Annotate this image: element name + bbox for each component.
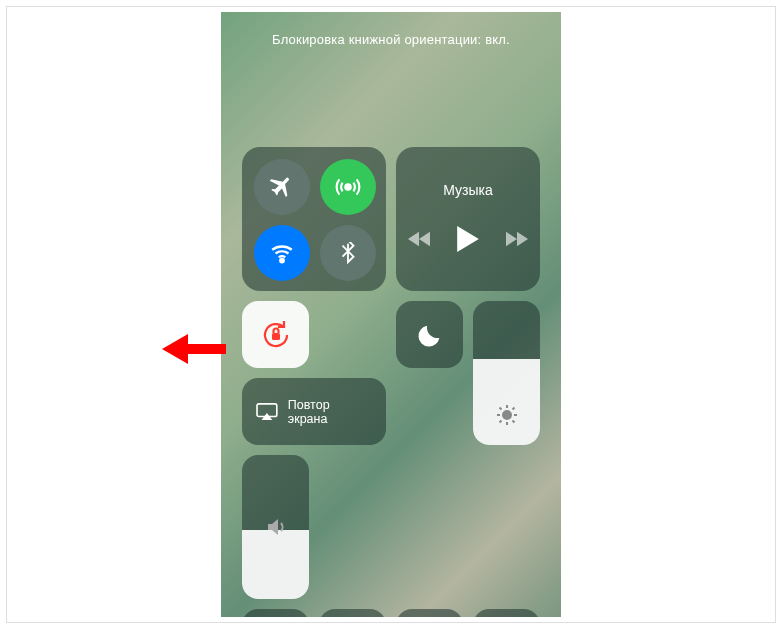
svg-point-12 (503, 411, 511, 419)
phone-screen: Блокировка книжной ориентации: вкл. (221, 12, 561, 617)
connectivity-group (242, 147, 386, 291)
svg-marker-5 (419, 232, 430, 247)
airplane-icon (269, 174, 295, 200)
svg-marker-1 (162, 334, 188, 364)
svg-point-3 (280, 259, 283, 262)
brightness-slider[interactable] (473, 301, 540, 445)
svg-marker-6 (457, 226, 479, 252)
svg-rect-0 (184, 344, 226, 354)
moon-icon (416, 321, 444, 349)
cellular-toggle[interactable] (320, 159, 376, 215)
bluetooth-icon (337, 242, 359, 264)
airplane-toggle[interactable] (254, 159, 310, 215)
airplay-icon (256, 403, 278, 421)
volume-slider[interactable] (242, 455, 309, 599)
rotation-lock-icon (258, 317, 294, 353)
screen-mirror-label: Повтор экрана (288, 398, 372, 426)
play-button[interactable] (456, 226, 480, 256)
prev-button[interactable] (408, 231, 430, 251)
wifi-toggle[interactable] (254, 225, 310, 281)
sun-icon (495, 403, 519, 427)
highlight-arrow (162, 334, 226, 368)
camera-button[interactable] (396, 609, 463, 617)
next-button[interactable] (506, 231, 528, 251)
media-title: Музыка (443, 182, 493, 198)
media-control[interactable]: Музыка (396, 147, 540, 291)
screen-mirror-button[interactable]: Повтор экрана (242, 378, 386, 445)
bluetooth-toggle[interactable] (320, 225, 376, 281)
rewind-icon (408, 231, 430, 247)
svg-rect-9 (272, 333, 280, 340)
speaker-icon (264, 515, 288, 539)
media-buttons (408, 226, 528, 256)
control-center: Музыка (242, 147, 540, 617)
status-message: Блокировка книжной ориентации: вкл. (221, 32, 561, 47)
rotation-lock-toggle[interactable] (242, 301, 309, 368)
svg-marker-8 (517, 232, 528, 247)
cellular-icon (335, 174, 361, 200)
play-icon (456, 226, 480, 252)
flashlight-button[interactable] (319, 609, 386, 617)
wifi-icon (269, 240, 295, 266)
svg-point-2 (345, 184, 350, 189)
svg-marker-7 (506, 232, 517, 247)
dnd-toggle[interactable] (396, 301, 463, 368)
svg-marker-4 (408, 232, 419, 247)
screen-record-button[interactable] (242, 609, 309, 617)
forward-icon (506, 231, 528, 247)
alarm-button[interactable] (473, 609, 540, 617)
